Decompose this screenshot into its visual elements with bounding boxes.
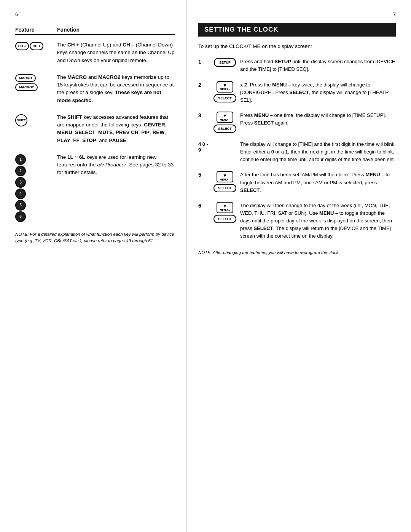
number-buttons-icon: 1 2 3 4 5 6 [15,154,26,222]
step-6-icon-col: ▼ MENU – SELECT [213,202,236,223]
menu-minus-icon-3: ▼ MENU – [217,112,233,123]
step-6-text: The display will then change to the day … [240,202,396,240]
step-1-text: Press and hold SETUP until the display s… [240,58,396,73]
step-2-row: 2 ▼ MENU – SELECT x 2 Press the MENU – k… [198,81,396,104]
feature-row-numbers: 1 2 3 4 5 6 The 1L ~ 6L keys are used fo… [15,153,175,222]
setup-button-icon: SETUP [214,58,236,67]
macro-icon-col: MACRO MACRO2 [15,73,57,91]
select-icon-2: SELECT [213,94,236,102]
feature-row-ch: CH – CH + The CH + (Channel Up) and CH –… [15,41,175,64]
step-1-number: 1 [198,58,210,65]
select-icon-5: SELECT [213,184,236,192]
num-3-icon: 3 [15,177,26,188]
ch-description: The CH + (Channel Up) and CH – (Channel … [57,41,175,64]
feature-table: Feature Function CH – CH + The CH + (Cha… [15,27,175,222]
shift-icon-col: SHIFT [15,113,57,126]
macro2-icon: MACRO2 [15,83,38,91]
page-number-left: 6 [15,11,18,17]
num-2-icon: 2 [15,166,26,176]
step-5-icon-col: ▼ MENU – SELECT [213,171,236,192]
select-icon-6: SELECT [213,215,236,223]
num-6-icon: 6 [15,211,26,222]
shift-icon: SHIFT [15,114,27,126]
left-page: 6 Feature Function CH – CH + The CH + (C… [0,0,186,532]
step-3-icon-col: ▼ MENU – SELECT [213,112,236,133]
feature-row-macro: MACRO MACRO2 The MACRO and MACRO2 keys m… [15,73,175,104]
step-4-row: 4 0 - 9 The display will change to [TIME… [198,141,396,163]
num-5-icon: 5 [15,200,26,211]
step-1-row: 1 SETUP Press and hold SETUP until the d… [198,58,396,73]
step-4-text: The display will change to [TIME] and th… [240,141,396,163]
right-page-note: NOTE: After changing the batteries, you … [198,249,396,256]
step-5-number: 5 [198,171,210,178]
feature-col-header: Feature [15,27,57,33]
step-2-icon-col: ▼ MENU – SELECT [213,81,236,102]
select-icon-3: SELECT [213,125,236,133]
step-2-number: 2 [198,81,210,88]
menu-minus-icon-6: ▼ MENU – [217,202,233,213]
step-1-icon-col: SETUP [213,58,236,67]
function-col-header: Function [57,27,175,33]
step-3-number: 3 [198,112,210,118]
section-header: SETTING THE CLOCK [198,23,396,37]
number-icon-col: 1 2 3 4 5 6 [15,153,57,222]
step-3-row: 3 ▼ MENU – SELECT Press MENU – one time,… [198,112,396,133]
step-5-text: After the time has been set, AM/PM will … [240,171,396,194]
ch-buttons-icon: CH – CH + [15,42,43,50]
macro-description: The MACRO and MACRO2 keys memorize up to… [57,73,175,104]
ch-minus-icon: CH – [15,42,29,50]
menu-minus-icon-5: ▼ MENU – [217,171,233,182]
macro-icon: MACRO [15,74,36,82]
numbers-description: The 1L ~ 6L keys are used for learning n… [57,153,175,177]
step-4-number: 4 0 - 9 [198,141,210,153]
feature-table-header: Feature Function [15,27,175,35]
menu-minus-icon-2: ▼ MENU – [217,81,233,93]
step-3-text: Press MENU – one time, the display will … [240,112,396,127]
intro-text: To set up the CLOCK/TIME on the display … [198,43,396,50]
step-2-text: x 2 Press the MENU – key twice, the disp… [240,81,396,104]
num-1-icon: 1 [15,154,26,165]
shift-description: The SHIFT key accesses advanced features… [57,113,175,144]
step-6-number: 6 [198,202,210,209]
left-page-note: NOTE: For a detailed explanation of what… [15,231,175,244]
page-number-right: 7 [393,11,396,17]
step-5-row: 5 ▼ MENU – SELECT After the time has bee… [198,171,396,194]
right-page: 7 SETTING THE CLOCK To set up the CLOCK/… [186,0,411,532]
num-4-icon: 4 [15,189,26,199]
ch-icon-col: CH – CH + [15,41,57,50]
feature-row-shift: SHIFT The SHIFT key accesses advanced fe… [15,113,175,144]
step-6-row: 6 ▼ MENU – SELECT The display will then … [198,202,396,240]
ch-plus-icon: CH + [30,42,43,50]
